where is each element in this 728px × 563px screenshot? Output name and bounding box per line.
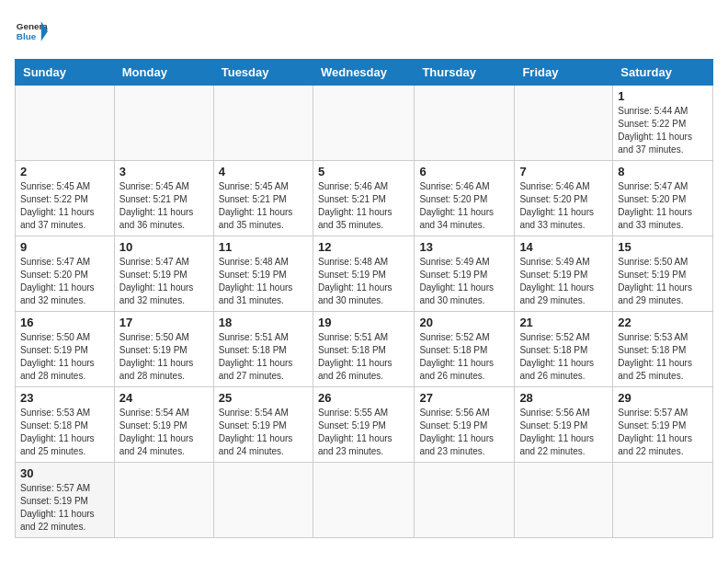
day-info: Sunrise: 5:48 AM Sunset: 5:19 PM Dayligh… (219, 256, 308, 307)
day-info: Sunrise: 5:47 AM Sunset: 5:20 PM Dayligh… (20, 256, 109, 307)
day-info: Sunrise: 5:46 AM Sunset: 5:20 PM Dayligh… (419, 180, 509, 232)
calendar-cell: 22Sunrise: 5:53 AM Sunset: 5:18 PM Dayli… (613, 312, 713, 387)
calendar-cell: 5Sunrise: 5:46 AM Sunset: 5:21 PM Daylig… (313, 161, 414, 236)
calendar-cell (16, 86, 115, 161)
day-number: 9 (20, 240, 109, 254)
calendar-cell: 3Sunrise: 5:45 AM Sunset: 5:21 PM Daylig… (114, 161, 213, 236)
calendar-cell: 21Sunrise: 5:52 AM Sunset: 5:18 PM Dayli… (515, 312, 613, 387)
day-info: Sunrise: 5:46 AM Sunset: 5:20 PM Dayligh… (519, 180, 608, 232)
calendar-cell: 13Sunrise: 5:49 AM Sunset: 5:19 PM Dayli… (415, 236, 515, 312)
calendar-cell (114, 463, 213, 538)
day-number: 3 (119, 165, 209, 178)
logo-icon: General Blue (15, 15, 48, 48)
week-row-0: 1Sunrise: 5:44 AM Sunset: 5:22 PM Daylig… (16, 86, 713, 161)
day-number: 4 (219, 165, 308, 178)
day-number: 18 (219, 316, 308, 329)
calendar-cell: 1Sunrise: 5:44 AM Sunset: 5:22 PM Daylig… (613, 86, 713, 161)
calendar-cell: 16Sunrise: 5:50 AM Sunset: 5:19 PM Dayli… (16, 312, 115, 387)
calendar-cell (313, 86, 414, 161)
calendar-cell: 23Sunrise: 5:53 AM Sunset: 5:18 PM Dayli… (16, 387, 115, 463)
day-info: Sunrise: 5:47 AM Sunset: 5:20 PM Dayligh… (618, 180, 708, 232)
header-day-saturday: Saturday (613, 60, 713, 86)
day-number: 16 (20, 316, 109, 329)
day-number: 13 (419, 240, 509, 254)
day-number: 26 (318, 391, 409, 405)
day-info: Sunrise: 5:54 AM Sunset: 5:19 PM Dayligh… (219, 407, 308, 458)
calendar-cell (515, 86, 613, 161)
day-info: Sunrise: 5:48 AM Sunset: 5:19 PM Dayligh… (318, 256, 409, 307)
week-row-5: 30Sunrise: 5:57 AM Sunset: 5:19 PM Dayli… (16, 463, 713, 538)
day-number: 30 (20, 466, 109, 480)
calendar-cell: 14Sunrise: 5:49 AM Sunset: 5:19 PM Dayli… (515, 236, 613, 312)
calendar-cell: 30Sunrise: 5:57 AM Sunset: 5:19 PM Dayli… (16, 463, 115, 538)
day-info: Sunrise: 5:47 AM Sunset: 5:19 PM Dayligh… (119, 256, 209, 307)
day-info: Sunrise: 5:55 AM Sunset: 5:19 PM Dayligh… (318, 407, 409, 458)
day-info: Sunrise: 5:45 AM Sunset: 5:21 PM Dayligh… (119, 180, 209, 232)
day-info: Sunrise: 5:57 AM Sunset: 5:19 PM Dayligh… (618, 407, 708, 458)
calendar-cell: 29Sunrise: 5:57 AM Sunset: 5:19 PM Dayli… (613, 387, 713, 463)
calendar-cell (313, 463, 414, 538)
day-info: Sunrise: 5:50 AM Sunset: 5:19 PM Dayligh… (119, 331, 209, 383)
day-number: 14 (519, 240, 608, 254)
calendar-cell: 25Sunrise: 5:54 AM Sunset: 5:19 PM Dayli… (213, 387, 313, 463)
day-info: Sunrise: 5:44 AM Sunset: 5:22 PM Dayligh… (618, 105, 708, 156)
week-row-3: 16Sunrise: 5:50 AM Sunset: 5:19 PM Dayli… (16, 312, 713, 387)
header-day-tuesday: Tuesday (213, 60, 313, 86)
day-info: Sunrise: 5:56 AM Sunset: 5:19 PM Dayligh… (519, 407, 608, 458)
calendar-cell: 20Sunrise: 5:52 AM Sunset: 5:18 PM Dayli… (415, 312, 515, 387)
day-info: Sunrise: 5:51 AM Sunset: 5:18 PM Dayligh… (318, 331, 409, 383)
day-info: Sunrise: 5:57 AM Sunset: 5:19 PM Dayligh… (20, 482, 109, 534)
calendar-cell: 18Sunrise: 5:51 AM Sunset: 5:18 PM Dayli… (213, 312, 313, 387)
day-number: 8 (618, 165, 708, 178)
day-number: 10 (119, 240, 209, 254)
header-row: SundayMondayTuesdayWednesdayThursdayFrid… (16, 60, 713, 86)
day-info: Sunrise: 5:45 AM Sunset: 5:21 PM Dayligh… (219, 180, 308, 232)
calendar-header: SundayMondayTuesdayWednesdayThursdayFrid… (16, 60, 713, 86)
header-day-wednesday: Wednesday (313, 60, 414, 86)
day-number: 27 (419, 391, 509, 405)
day-info: Sunrise: 5:53 AM Sunset: 5:18 PM Dayligh… (20, 407, 109, 458)
page-header: General Blue (15, 15, 713, 48)
day-number: 21 (519, 316, 608, 329)
day-number: 19 (318, 316, 409, 329)
day-number: 6 (419, 165, 509, 178)
day-number: 22 (618, 316, 708, 329)
day-number: 11 (219, 240, 308, 254)
calendar-cell: 17Sunrise: 5:50 AM Sunset: 5:19 PM Dayli… (114, 312, 213, 387)
calendar-cell: 24Sunrise: 5:54 AM Sunset: 5:19 PM Dayli… (114, 387, 213, 463)
calendar-cell (213, 463, 313, 538)
day-number: 28 (519, 391, 608, 405)
day-info: Sunrise: 5:50 AM Sunset: 5:19 PM Dayligh… (618, 256, 708, 307)
day-number: 24 (119, 391, 209, 405)
day-info: Sunrise: 5:52 AM Sunset: 5:18 PM Dayligh… (419, 331, 509, 383)
calendar-cell: 15Sunrise: 5:50 AM Sunset: 5:19 PM Dayli… (613, 236, 713, 312)
calendar-body: 1Sunrise: 5:44 AM Sunset: 5:22 PM Daylig… (16, 86, 713, 538)
day-number: 25 (219, 391, 308, 405)
day-number: 5 (318, 165, 409, 178)
day-info: Sunrise: 5:45 AM Sunset: 5:22 PM Dayligh… (20, 180, 109, 232)
week-row-4: 23Sunrise: 5:53 AM Sunset: 5:18 PM Dayli… (16, 387, 713, 463)
logo: General Blue (15, 15, 51, 48)
calendar-cell (415, 463, 515, 538)
day-info: Sunrise: 5:46 AM Sunset: 5:21 PM Dayligh… (318, 180, 409, 232)
day-number: 1 (618, 89, 708, 103)
day-info: Sunrise: 5:50 AM Sunset: 5:19 PM Dayligh… (20, 331, 109, 383)
calendar-cell: 19Sunrise: 5:51 AM Sunset: 5:18 PM Dayli… (313, 312, 414, 387)
header-day-sunday: Sunday (16, 60, 115, 86)
day-info: Sunrise: 5:49 AM Sunset: 5:19 PM Dayligh… (419, 256, 509, 307)
calendar-cell: 6Sunrise: 5:46 AM Sunset: 5:20 PM Daylig… (415, 161, 515, 236)
calendar-cell (213, 86, 313, 161)
day-number: 29 (618, 391, 708, 405)
calendar-cell: 28Sunrise: 5:56 AM Sunset: 5:19 PM Dayli… (515, 387, 613, 463)
calendar-cell (415, 86, 515, 161)
day-number: 2 (20, 165, 109, 178)
header-day-friday: Friday (515, 60, 613, 86)
calendar: SundayMondayTuesdayWednesdayThursdayFrid… (15, 59, 713, 538)
calendar-cell: 7Sunrise: 5:46 AM Sunset: 5:20 PM Daylig… (515, 161, 613, 236)
calendar-cell: 27Sunrise: 5:56 AM Sunset: 5:19 PM Dayli… (415, 387, 515, 463)
calendar-cell: 4Sunrise: 5:45 AM Sunset: 5:21 PM Daylig… (213, 161, 313, 236)
day-number: 23 (20, 391, 109, 405)
calendar-cell: 8Sunrise: 5:47 AM Sunset: 5:20 PM Daylig… (613, 161, 713, 236)
week-row-2: 9Sunrise: 5:47 AM Sunset: 5:20 PM Daylig… (16, 236, 713, 312)
header-day-monday: Monday (114, 60, 213, 86)
